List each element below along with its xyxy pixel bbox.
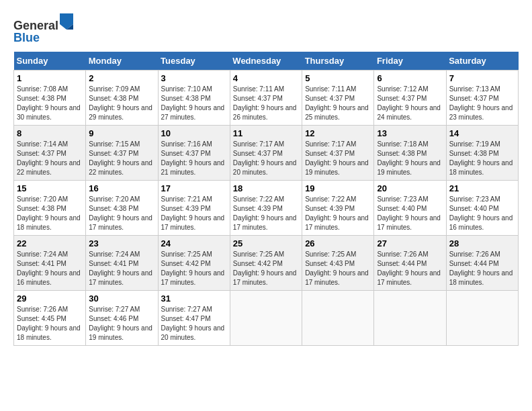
- page-header: General Blue: [13, 13, 519, 45]
- day-info: Sunrise: 7:16 AMSunset: 4:37 PMDaylight:…: [161, 140, 227, 177]
- day-info: Sunrise: 7:10 AMSunset: 4:38 PMDaylight:…: [161, 85, 227, 122]
- day-info: Sunrise: 7:09 AMSunset: 4:38 PMDaylight:…: [89, 85, 154, 122]
- day-number: 6: [377, 73, 443, 83]
- calendar-cell: 22Sunrise: 7:24 AMSunset: 4:41 PMDayligh…: [14, 235, 86, 290]
- day-number: 21: [449, 183, 515, 193]
- day-info: Sunrise: 7:26 AMSunset: 4:45 PMDaylight:…: [17, 305, 83, 342]
- day-info: Sunrise: 7:25 AMSunset: 4:42 PMDaylight:…: [161, 250, 227, 287]
- calendar-cell: 25Sunrise: 7:25 AMSunset: 4:42 PMDayligh…: [230, 235, 302, 290]
- day-number: 28: [449, 238, 515, 248]
- day-number: 23: [89, 238, 154, 248]
- weekday-header-saturday: Saturday: [446, 52, 518, 71]
- day-info: Sunrise: 7:22 AMSunset: 4:39 PMDaylight:…: [305, 195, 371, 232]
- calendar-cell: 5Sunrise: 7:11 AMSunset: 4:37 PMDaylight…: [302, 70, 374, 125]
- day-number: 22: [17, 238, 83, 248]
- calendar-cell: 21Sunrise: 7:23 AMSunset: 4:40 PMDayligh…: [446, 180, 518, 235]
- day-info: Sunrise: 7:15 AMSunset: 4:37 PMDaylight:…: [89, 140, 154, 177]
- day-info: Sunrise: 7:17 AMSunset: 4:37 PMDaylight:…: [305, 140, 371, 177]
- weekday-header-tuesday: Tuesday: [158, 52, 230, 71]
- calendar-week-row: 29Sunrise: 7:26 AMSunset: 4:45 PMDayligh…: [14, 290, 519, 345]
- day-number: 13: [377, 128, 443, 138]
- day-info: Sunrise: 7:18 AMSunset: 4:38 PMDaylight:…: [377, 140, 443, 177]
- day-number: 14: [449, 128, 515, 138]
- weekday-header-wednesday: Wednesday: [230, 52, 302, 71]
- day-number: 9: [89, 128, 154, 138]
- day-number: 15: [17, 183, 83, 193]
- day-info: Sunrise: 7:11 AMSunset: 4:37 PMDaylight:…: [305, 85, 371, 122]
- day-info: Sunrise: 7:20 AMSunset: 4:38 PMDaylight:…: [17, 195, 83, 232]
- day-number: 12: [305, 128, 371, 138]
- day-number: 18: [233, 183, 299, 193]
- calendar-cell: 24Sunrise: 7:25 AMSunset: 4:42 PMDayligh…: [158, 235, 230, 290]
- day-number: 19: [305, 183, 371, 193]
- day-number: 5: [305, 73, 371, 83]
- logo-icon: [60, 13, 73, 30]
- day-number: 25: [233, 238, 299, 248]
- calendar-cell: 15Sunrise: 7:20 AMSunset: 4:38 PMDayligh…: [14, 180, 86, 235]
- day-info: Sunrise: 7:17 AMSunset: 4:37 PMDaylight:…: [233, 140, 299, 177]
- calendar-cell: 28Sunrise: 7:26 AMSunset: 4:44 PMDayligh…: [446, 235, 518, 290]
- calendar-cell: [446, 290, 518, 345]
- calendar-cell: 29Sunrise: 7:26 AMSunset: 4:45 PMDayligh…: [14, 290, 86, 345]
- day-info: Sunrise: 7:11 AMSunset: 4:37 PMDaylight:…: [233, 85, 299, 122]
- day-info: Sunrise: 7:26 AMSunset: 4:44 PMDaylight:…: [377, 250, 443, 287]
- day-info: Sunrise: 7:23 AMSunset: 4:40 PMDaylight:…: [449, 195, 515, 232]
- day-number: 30: [89, 293, 154, 304]
- calendar-week-row: 1Sunrise: 7:08 AMSunset: 4:38 PMDaylight…: [14, 70, 519, 125]
- calendar-cell: 20Sunrise: 7:23 AMSunset: 4:40 PMDayligh…: [374, 180, 446, 235]
- calendar-cell: [302, 290, 374, 345]
- calendar-cell: 2Sunrise: 7:09 AMSunset: 4:38 PMDaylight…: [86, 70, 158, 125]
- day-info: Sunrise: 7:21 AMSunset: 4:39 PMDaylight:…: [161, 195, 227, 232]
- day-info: Sunrise: 7:19 AMSunset: 4:38 PMDaylight:…: [449, 140, 515, 177]
- calendar-table: SundayMondayTuesdayWednesdayThursdayFrid…: [13, 52, 519, 346]
- day-number: 7: [449, 73, 515, 83]
- day-number: 2: [89, 73, 154, 83]
- day-info: Sunrise: 7:14 AMSunset: 4:37 PMDaylight:…: [17, 140, 83, 177]
- day-number: 31: [161, 293, 227, 304]
- weekday-header-monday: Monday: [86, 52, 158, 71]
- calendar-cell: 26Sunrise: 7:25 AMSunset: 4:43 PMDayligh…: [302, 235, 374, 290]
- calendar-cell: 30Sunrise: 7:27 AMSunset: 4:46 PMDayligh…: [86, 290, 158, 345]
- day-number: 29: [17, 293, 83, 304]
- calendar-cell: 19Sunrise: 7:22 AMSunset: 4:39 PMDayligh…: [302, 180, 374, 235]
- day-info: Sunrise: 7:24 AMSunset: 4:41 PMDaylight:…: [17, 250, 83, 287]
- calendar-cell: 10Sunrise: 7:16 AMSunset: 4:37 PMDayligh…: [158, 125, 230, 180]
- day-info: Sunrise: 7:26 AMSunset: 4:44 PMDaylight:…: [449, 250, 515, 287]
- day-info: Sunrise: 7:08 AMSunset: 4:38 PMDaylight:…: [17, 85, 83, 122]
- calendar-cell: 14Sunrise: 7:19 AMSunset: 4:38 PMDayligh…: [446, 125, 518, 180]
- calendar-cell: 31Sunrise: 7:27 AMSunset: 4:47 PMDayligh…: [158, 290, 230, 345]
- calendar-cell: 16Sunrise: 7:20 AMSunset: 4:38 PMDayligh…: [86, 180, 158, 235]
- weekday-header-row: SundayMondayTuesdayWednesdayThursdayFrid…: [14, 52, 519, 71]
- day-number: 10: [161, 128, 227, 138]
- calendar-cell: 12Sunrise: 7:17 AMSunset: 4:37 PMDayligh…: [302, 125, 374, 180]
- day-number: 11: [233, 128, 299, 138]
- calendar-cell: 23Sunrise: 7:24 AMSunset: 4:41 PMDayligh…: [86, 235, 158, 290]
- day-info: Sunrise: 7:24 AMSunset: 4:41 PMDaylight:…: [89, 250, 154, 287]
- calendar-cell: 18Sunrise: 7:22 AMSunset: 4:39 PMDayligh…: [230, 180, 302, 235]
- day-info: Sunrise: 7:20 AMSunset: 4:38 PMDaylight:…: [89, 195, 154, 232]
- day-info: Sunrise: 7:13 AMSunset: 4:37 PMDaylight:…: [449, 85, 515, 122]
- calendar-cell: 4Sunrise: 7:11 AMSunset: 4:37 PMDaylight…: [230, 70, 302, 125]
- day-info: Sunrise: 7:25 AMSunset: 4:42 PMDaylight:…: [233, 250, 299, 287]
- calendar-cell: 11Sunrise: 7:17 AMSunset: 4:37 PMDayligh…: [230, 125, 302, 180]
- calendar-cell: 9Sunrise: 7:15 AMSunset: 4:37 PMDaylight…: [86, 125, 158, 180]
- day-number: 17: [161, 183, 227, 193]
- weekday-header-sunday: Sunday: [14, 52, 86, 71]
- calendar-cell: 1Sunrise: 7:08 AMSunset: 4:38 PMDaylight…: [14, 70, 86, 125]
- calendar-cell: 27Sunrise: 7:26 AMSunset: 4:44 PMDayligh…: [374, 235, 446, 290]
- day-info: Sunrise: 7:25 AMSunset: 4:43 PMDaylight:…: [305, 250, 371, 287]
- day-number: 26: [305, 238, 371, 248]
- weekday-header-thursday: Thursday: [302, 52, 374, 71]
- calendar-cell: 6Sunrise: 7:12 AMSunset: 4:37 PMDaylight…: [374, 70, 446, 125]
- day-number: 27: [377, 238, 443, 248]
- calendar-cell: [230, 290, 302, 345]
- day-info: Sunrise: 7:22 AMSunset: 4:39 PMDaylight:…: [233, 195, 299, 232]
- day-number: 3: [161, 73, 227, 83]
- day-info: Sunrise: 7:23 AMSunset: 4:40 PMDaylight:…: [377, 195, 443, 232]
- day-number: 16: [89, 183, 154, 193]
- calendar-cell: 3Sunrise: 7:10 AMSunset: 4:38 PMDaylight…: [158, 70, 230, 125]
- calendar-cell: 7Sunrise: 7:13 AMSunset: 4:37 PMDaylight…: [446, 70, 518, 125]
- weekday-header-friday: Friday: [374, 52, 446, 71]
- calendar-cell: 8Sunrise: 7:14 AMSunset: 4:37 PMDaylight…: [14, 125, 86, 180]
- calendar-cell: 13Sunrise: 7:18 AMSunset: 4:38 PMDayligh…: [374, 125, 446, 180]
